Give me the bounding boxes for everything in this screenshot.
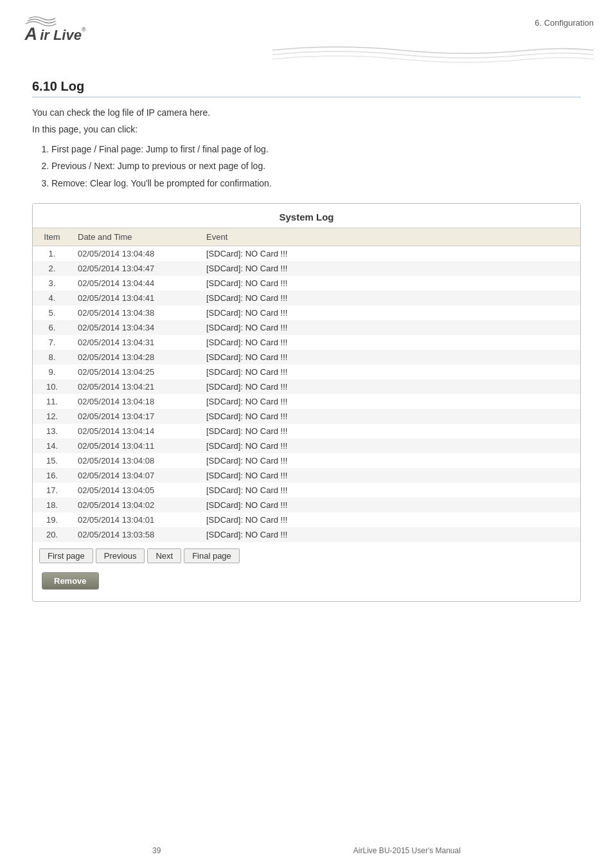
table-row: 11.02/05/2014 13:04:18[SDCard]: NO Card … — [33, 394, 580, 409]
cell-event: [SDCard]: NO Card !!! — [200, 291, 580, 305]
final-page-button[interactable]: Final page — [184, 548, 240, 563]
cell-event: [SDCard]: NO Card !!! — [200, 246, 580, 261]
intro-line-2: In this page, you can click: — [32, 122, 581, 136]
table-row: 12.02/05/2014 13:04:17[SDCard]: NO Card … — [33, 409, 580, 424]
cell-date: 02/05/2014 13:04:14 — [71, 424, 200, 439]
cell-date: 02/05/2014 13:04:34 — [71, 320, 200, 335]
table-row: 4.02/05/2014 13:04:41[SDCard]: NO Card !… — [33, 291, 580, 305]
table-header-row: Item Date and Time Event — [33, 228, 580, 246]
cell-date: 02/05/2014 13:04:38 — [71, 305, 200, 320]
table-row: 5.02/05/2014 13:04:38[SDCard]: NO Card !… — [33, 305, 580, 320]
cell-date: 02/05/2014 13:04:41 — [71, 291, 200, 305]
cell-date: 02/05/2014 13:04:25 — [71, 365, 200, 379]
table-row: 17.02/05/2014 13:04:05[SDCard]: NO Card … — [33, 483, 580, 498]
cell-date: 02/05/2014 13:04:02 — [71, 498, 200, 512]
table-row: 20.02/05/2014 13:03:58[SDCard]: NO Card … — [33, 527, 580, 542]
header-decoration — [0, 47, 613, 66]
cell-event: [SDCard]: NO Card !!! — [200, 394, 580, 409]
section-title: 6.10 Log — [32, 79, 581, 98]
cell-event: [SDCard]: NO Card !!! — [200, 527, 580, 542]
cell-item: 16. — [33, 468, 71, 483]
logo-area: A ir Live ® — [19, 12, 90, 47]
intro-line-1: You can check the log file of IP camera … — [32, 105, 581, 120]
cell-date: 02/05/2014 13:04:07 — [71, 468, 200, 483]
cell-event: [SDCard]: NO Card !!! — [200, 276, 580, 291]
pagination-row: First page Previous Next Final page — [33, 542, 580, 566]
cell-item: 18. — [33, 498, 71, 512]
cell-date: 02/05/2014 13:04:21 — [71, 379, 200, 394]
cell-item: 11. — [33, 394, 71, 409]
cell-item: 7. — [33, 335, 71, 350]
page-number: 39 — [152, 846, 161, 855]
section-label: 6. Configuration — [535, 12, 594, 28]
cell-date: 02/05/2014 13:04:44 — [71, 276, 200, 291]
cell-item: 17. — [33, 483, 71, 498]
log-table: Item Date and Time Event 1.02/05/2014 13… — [33, 228, 580, 542]
cell-date: 02/05/2014 13:04:28 — [71, 350, 200, 365]
cell-event: [SDCard]: NO Card !!! — [200, 424, 580, 439]
table-row: 10.02/05/2014 13:04:21[SDCard]: NO Card … — [33, 379, 580, 394]
cell-item: 5. — [33, 305, 71, 320]
table-row: 2.02/05/2014 13:04:47[SDCard]: NO Card !… — [33, 261, 580, 276]
cell-date: 02/05/2014 13:04:17 — [71, 409, 200, 424]
cell-date: 02/05/2014 13:04:31 — [71, 335, 200, 350]
cell-item: 15. — [33, 453, 71, 468]
cell-event: [SDCard]: NO Card !!! — [200, 453, 580, 468]
list-item-2: Previous / Next: Jump to previous or nex… — [51, 159, 581, 173]
cell-date: 02/05/2014 13:04:01 — [71, 512, 200, 527]
table-row: 3.02/05/2014 13:04:44[SDCard]: NO Card !… — [33, 276, 580, 291]
main-content: 6.10 Log You can check the log file of I… — [0, 66, 613, 640]
manual-title: AirLive BU-2015 User's Manual — [353, 846, 461, 855]
cell-item: 19. — [33, 512, 71, 527]
next-button[interactable]: Next — [147, 548, 181, 563]
cell-item: 13. — [33, 424, 71, 439]
table-row: 18.02/05/2014 13:04:02[SDCard]: NO Card … — [33, 498, 580, 512]
cell-event: [SDCard]: NO Card !!! — [200, 335, 580, 350]
list-item-3: Remove: Clear log. You'll be prompted fo… — [51, 176, 581, 190]
table-row: 16.02/05/2014 13:04:07[SDCard]: NO Card … — [33, 468, 580, 483]
cell-event: [SDCard]: NO Card !!! — [200, 320, 580, 335]
table-row: 9.02/05/2014 13:04:25[SDCard]: NO Card !… — [33, 365, 580, 379]
system-log-container: System Log Item Date and Time Event 1.02… — [32, 203, 581, 602]
cell-date: 02/05/2014 13:04:18 — [71, 394, 200, 409]
cell-date: 02/05/2014 13:04:47 — [71, 261, 200, 276]
system-log-title: System Log — [33, 204, 580, 228]
cell-date: 02/05/2014 13:03:58 — [71, 527, 200, 542]
table-row: 15.02/05/2014 13:04:08[SDCard]: NO Card … — [33, 453, 580, 468]
remove-section: Remove — [33, 566, 580, 592]
cell-event: [SDCard]: NO Card !!! — [200, 379, 580, 394]
cell-event: [SDCard]: NO Card !!! — [200, 483, 580, 498]
first-page-button[interactable]: First page — [39, 548, 93, 563]
cell-event: [SDCard]: NO Card !!! — [200, 261, 580, 276]
table-row: 14.02/05/2014 13:04:11[SDCard]: NO Card … — [33, 439, 580, 453]
cell-item: 3. — [33, 276, 71, 291]
svg-text:®: ® — [82, 26, 86, 33]
remove-button[interactable]: Remove — [42, 572, 99, 590]
cell-item: 6. — [33, 320, 71, 335]
table-row: 19.02/05/2014 13:04:01[SDCard]: NO Card … — [33, 512, 580, 527]
cell-item: 14. — [33, 439, 71, 453]
cell-event: [SDCard]: NO Card !!! — [200, 365, 580, 379]
cell-date: 02/05/2014 13:04:11 — [71, 439, 200, 453]
cell-date: 02/05/2014 13:04:05 — [71, 483, 200, 498]
cell-item: 9. — [33, 365, 71, 379]
cell-item: 20. — [33, 527, 71, 542]
table-row: 13.02/05/2014 13:04:14[SDCard]: NO Card … — [33, 424, 580, 439]
svg-text:ir Live: ir Live — [40, 27, 82, 43]
cell-date: 02/05/2014 13:04:48 — [71, 246, 200, 261]
col-header-event: Event — [200, 228, 580, 246]
previous-button[interactable]: Previous — [96, 548, 145, 563]
table-row: 1.02/05/2014 13:04:48[SDCard]: NO Card !… — [33, 246, 580, 261]
cell-date: 02/05/2014 13:04:08 — [71, 453, 200, 468]
cell-event: [SDCard]: NO Card !!! — [200, 409, 580, 424]
cell-item: 2. — [33, 261, 71, 276]
col-header-date: Date and Time — [71, 228, 200, 246]
page-footer: 39 AirLive BU-2015 User's Manual — [0, 846, 613, 855]
cell-item: 1. — [33, 246, 71, 261]
cell-event: [SDCard]: NO Card !!! — [200, 305, 580, 320]
cell-item: 4. — [33, 291, 71, 305]
svg-text:A: A — [24, 24, 37, 44]
table-row: 7.02/05/2014 13:04:31[SDCard]: NO Card !… — [33, 335, 580, 350]
cell-item: 12. — [33, 409, 71, 424]
col-header-item: Item — [33, 228, 71, 246]
